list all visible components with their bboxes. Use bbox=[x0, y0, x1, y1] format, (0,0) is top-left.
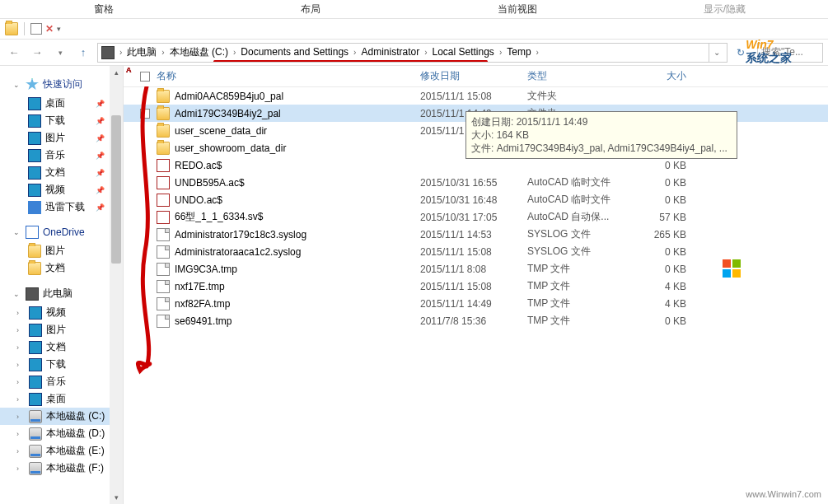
sidebar-item[interactable]: 迅雷下载📌 bbox=[0, 198, 123, 216]
sidebar-item[interactable]: ›本地磁盘 (C:) bbox=[0, 408, 123, 425]
sidebar-item[interactable]: 图片📌 bbox=[0, 129, 123, 147]
file-date: 2015/11/1 15:08 bbox=[420, 91, 527, 102]
chevron-down-icon[interactable]: ⌄ bbox=[13, 81, 21, 89]
sidebar-item[interactable]: ›本地磁盘 (D:) bbox=[0, 425, 123, 442]
tab-panes[interactable]: 窗格 bbox=[0, 2, 207, 16]
docs-icon bbox=[28, 166, 41, 180]
file-name: nxf17E.tmp bbox=[175, 281, 225, 292]
breadcrumb-bar[interactable]: › 此电脑›本地磁盘 (C:)›Documents and Settings›A… bbox=[97, 43, 727, 63]
file-icon bbox=[157, 263, 170, 276]
sidebar-item[interactable]: ›音乐 bbox=[0, 373, 123, 390]
column-header-type[interactable]: 类型 bbox=[527, 69, 630, 83]
disk-icon bbox=[29, 410, 42, 423]
sidebar-item-label: 视频 bbox=[46, 306, 66, 320]
breadcrumb-item[interactable]: 此电脑 bbox=[125, 46, 158, 58]
chevron-right-icon[interactable]: › bbox=[16, 343, 25, 352]
ribbon-tabs: 窗格 布局 当前视图 显示/隐藏 bbox=[0, 0, 828, 19]
forward-button[interactable]: → bbox=[28, 44, 46, 62]
chevron-right-icon[interactable]: › bbox=[16, 378, 25, 386]
chevron-right-icon[interactable]: › bbox=[533, 48, 542, 57]
pc-icon bbox=[101, 46, 115, 59]
file-name: 66型_1_1_6334.sv$ bbox=[175, 210, 263, 224]
file-size: 0 KB bbox=[630, 160, 696, 171]
sidebar-item[interactable]: 图片 bbox=[0, 242, 123, 259]
column-header-name[interactable]: 名称 bbox=[157, 69, 420, 83]
chevron-right-icon[interactable]: › bbox=[16, 309, 25, 317]
sidebar-item[interactable]: 音乐📌 bbox=[0, 147, 123, 164]
scrollbar-thumb[interactable] bbox=[111, 115, 121, 264]
file-type: TMP 文件 bbox=[527, 314, 630, 328]
file-icon bbox=[157, 228, 170, 241]
file-size: 0 KB bbox=[630, 264, 696, 275]
sidebar-onedrive[interactable]: ⌄ OneDrive bbox=[0, 222, 123, 242]
pin-icon: 📌 bbox=[96, 100, 105, 108]
file-date: 2015/10/31 17:05 bbox=[420, 212, 527, 223]
chevron-down-icon[interactable]: ⌄ bbox=[13, 290, 21, 298]
chevron-right-icon[interactable]: › bbox=[16, 326, 25, 334]
chevron-right-icon[interactable]: › bbox=[16, 447, 25, 455]
file-name: UNDB595A.ac$ bbox=[175, 177, 245, 189]
back-button[interactable]: ← bbox=[5, 44, 23, 62]
sidebar-item[interactable]: 桌面📌 bbox=[0, 95, 123, 112]
tab-show-hide[interactable]: 显示/隐藏 bbox=[621, 2, 828, 16]
sidebar-scrollbar[interactable]: ▴ ▾ bbox=[110, 66, 123, 504]
tooltip-line-created: 创建日期: 2015/11/1 14:49 bbox=[471, 115, 732, 128]
scroll-down-icon[interactable]: ▾ bbox=[110, 491, 123, 504]
history-dropdown-icon[interactable]: ▾ bbox=[51, 44, 69, 62]
sidebar-item[interactable]: ›本地磁盘 (E:) bbox=[0, 442, 123, 460]
folder-icon bbox=[157, 142, 170, 155]
scroll-up-icon[interactable]: ▴ bbox=[110, 66, 123, 79]
sidebar-quick-access[interactable]: ⌄ 快速访问 bbox=[0, 74, 123, 95]
chevron-right-icon[interactable]: › bbox=[16, 395, 25, 404]
column-header-size[interactable]: 大小 bbox=[630, 69, 696, 83]
sidebar-item-label: 文档 bbox=[46, 340, 66, 354]
sidebar-item[interactable]: 文档📌 bbox=[0, 164, 123, 181]
video-icon bbox=[29, 306, 42, 320]
select-all-checkbox[interactable] bbox=[140, 72, 150, 82]
qat-dropdown-icon[interactable]: ▾ bbox=[57, 25, 61, 33]
sidebar-item[interactable]: ›视频 bbox=[0, 304, 123, 321]
sidebar-item[interactable]: 下载📌 bbox=[0, 112, 123, 129]
breadcrumb-item[interactable]: 本地磁盘 (C:) bbox=[168, 46, 230, 58]
chevron-right-icon[interactable]: › bbox=[16, 430, 25, 438]
sidebar-item[interactable]: ›桌面 bbox=[0, 390, 123, 408]
file-size: 0 KB bbox=[630, 246, 696, 258]
music-icon bbox=[28, 149, 41, 162]
watermark: Win7系统之家 www.Winwin7.com bbox=[721, 38, 821, 499]
chevron-right-icon[interactable]: › bbox=[350, 48, 359, 57]
app-folder-icon[interactable] bbox=[5, 22, 18, 35]
acad-icon bbox=[157, 176, 170, 189]
up-button[interactable]: ↑ bbox=[74, 44, 92, 62]
chevron-right-icon[interactable]: › bbox=[230, 48, 239, 57]
row-checkbox[interactable] bbox=[140, 109, 150, 119]
chevron-down-icon[interactable]: ⌄ bbox=[13, 228, 21, 236]
file-type: 文件夹 bbox=[527, 89, 630, 103]
breadcrumb-item[interactable]: Local Settings bbox=[430, 46, 495, 58]
file-icon bbox=[157, 297, 170, 310]
chevron-right-icon[interactable]: › bbox=[158, 48, 167, 57]
breadcrumb-item[interactable]: Documents and Settings bbox=[239, 46, 350, 58]
tab-layout[interactable]: 布局 bbox=[207, 2, 414, 16]
sidebar-this-pc[interactable]: ⌄ 此电脑 bbox=[0, 283, 123, 304]
sidebar-item[interactable]: ›图片 bbox=[0, 321, 123, 338]
chevron-right-icon[interactable]: › bbox=[16, 361, 25, 369]
chevron-right-icon[interactable]: › bbox=[16, 464, 25, 473]
sidebar-item[interactable]: 视频📌 bbox=[0, 181, 123, 198]
sidebar-item-label: 视频 bbox=[45, 183, 65, 197]
breadcrumb-item[interactable]: Administrator bbox=[359, 46, 421, 58]
chevron-right-icon[interactable]: › bbox=[496, 48, 505, 57]
sidebar-item[interactable]: ›下载 bbox=[0, 356, 123, 373]
qat-button-1[interactable] bbox=[30, 23, 42, 35]
chevron-right-icon[interactable]: › bbox=[16, 413, 25, 421]
sidebar-item[interactable]: ›文档 bbox=[0, 338, 123, 356]
column-header-date[interactable]: 修改日期 bbox=[420, 69, 527, 83]
chevron-right-icon[interactable]: › bbox=[116, 48, 125, 57]
chevron-right-icon[interactable]: › bbox=[421, 48, 430, 57]
tab-current-view[interactable]: 当前视图 bbox=[414, 2, 621, 16]
disk-icon bbox=[29, 427, 42, 441]
breadcrumb-item[interactable]: Temp bbox=[505, 46, 532, 58]
close-icon[interactable]: ✕ bbox=[45, 23, 54, 35]
onedrive-icon bbox=[26, 226, 39, 239]
sidebar-item[interactable]: 文档 bbox=[0, 259, 123, 277]
sidebar-item[interactable]: ›本地磁盘 (F:) bbox=[0, 460, 123, 477]
